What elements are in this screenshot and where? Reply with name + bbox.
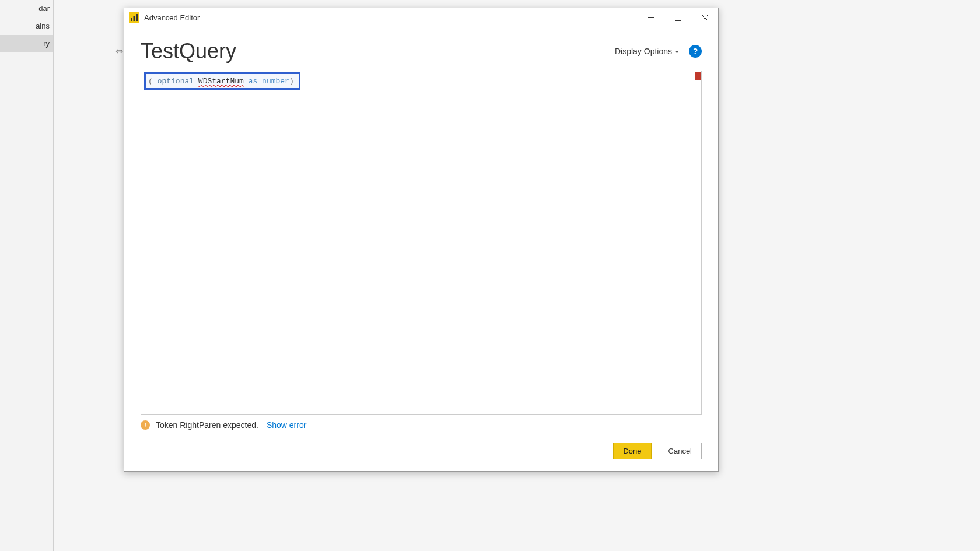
code-close-paren: ) bbox=[289, 76, 294, 87]
maximize-button[interactable] bbox=[664, 8, 691, 27]
close-icon bbox=[702, 15, 708, 21]
svg-rect-1 bbox=[134, 16, 135, 21]
advanced-editor-dialog: Advanced Editor TestQuery Display Option… bbox=[124, 8, 719, 472]
powerbi-icon bbox=[129, 12, 139, 23]
svg-rect-0 bbox=[131, 18, 132, 21]
error-message: Token RightParen expected. bbox=[156, 420, 258, 430]
code-open-paren: ( bbox=[148, 76, 153, 87]
display-options-dropdown[interactable]: Display Options ▾ bbox=[615, 47, 678, 56]
warning-icon: ! bbox=[141, 420, 150, 430]
chevron-down-icon: ▾ bbox=[676, 48, 678, 55]
code-keyword-optional: optional bbox=[158, 76, 194, 87]
error-marker-icon[interactable] bbox=[695, 72, 701, 80]
help-icon[interactable]: ? bbox=[689, 45, 702, 58]
sidebar-item[interactable]: ry bbox=[0, 35, 53, 52]
close-button[interactable] bbox=[691, 8, 718, 27]
dialog-footer: Done Cancel bbox=[124, 433, 718, 471]
code-line: ( optional WDStartNum as number) bbox=[141, 71, 701, 76]
code-selection-highlight: ( optional WDStartNum as number) bbox=[144, 72, 300, 90]
done-button[interactable]: Done bbox=[613, 443, 651, 459]
minimize-button[interactable] bbox=[638, 8, 664, 27]
cancel-button[interactable]: Cancel bbox=[659, 443, 702, 459]
code-keyword-as: as bbox=[249, 76, 258, 87]
minimize-icon bbox=[648, 15, 654, 21]
sidebar-item[interactable]: dar bbox=[0, 0, 53, 17]
code-identifier: WDStartNum bbox=[198, 76, 244, 87]
sidebar-item[interactable]: ains bbox=[0, 17, 53, 35]
svg-rect-2 bbox=[136, 14, 138, 21]
display-options-label: Display Options bbox=[615, 47, 672, 56]
window-controls bbox=[638, 8, 718, 27]
window-title: Advanced Editor bbox=[144, 13, 638, 22]
show-error-link[interactable]: Show error bbox=[267, 420, 306, 430]
text-cursor bbox=[296, 75, 296, 83]
sidebar: dar ains ry bbox=[0, 0, 54, 551]
query-name-title: TestQuery bbox=[141, 39, 615, 64]
code-editor[interactable]: ( optional WDStartNum as number) bbox=[141, 71, 702, 415]
dialog-header: TestQuery Display Options ▾ ? bbox=[124, 27, 718, 71]
maximize-icon bbox=[675, 15, 681, 21]
titlebar: Advanced Editor bbox=[124, 8, 718, 27]
code-type: number bbox=[262, 76, 289, 87]
status-bar: ! Token RightParen expected. Show error bbox=[124, 415, 718, 433]
resize-handle-icon[interactable]: ⇔ bbox=[116, 45, 121, 57]
svg-rect-4 bbox=[675, 15, 681, 20]
